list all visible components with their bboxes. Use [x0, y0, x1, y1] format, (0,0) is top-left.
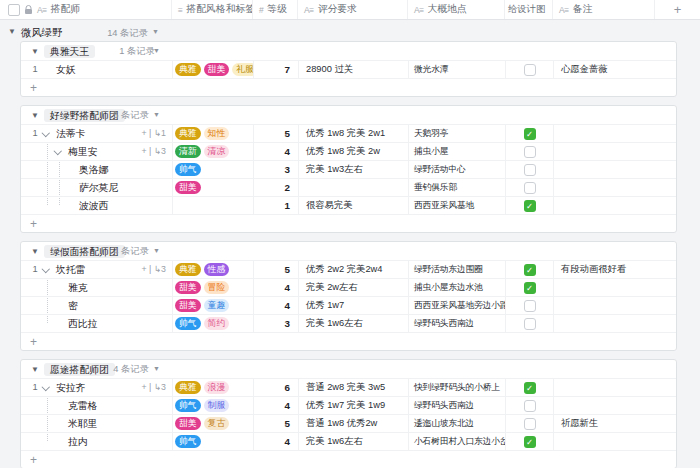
header-field-stylist[interactable]: A≡ 搭配师	[0, 0, 172, 19]
group-title[interactable]: 微风绿野	[21, 26, 62, 40]
tags-cell[interactable]	[173, 197, 254, 214]
level-cell[interactable]: 5	[254, 415, 299, 432]
stylist-cell[interactable]: 拉内	[21, 433, 173, 450]
tags-cell[interactable]: 典雅 知性	[173, 125, 254, 142]
tags-cell[interactable]: 清新 清凉	[173, 143, 254, 160]
add-field-button[interactable]: +	[655, 0, 700, 19]
note-cell[interactable]	[554, 279, 676, 296]
add-record-button[interactable]: +	[21, 79, 676, 97]
design-check-cell[interactable]	[506, 397, 554, 414]
checkbox-unchecked-icon[interactable]	[524, 164, 536, 176]
level-cell[interactable]: 4	[254, 397, 299, 414]
group-count-dropdown-icon[interactable]: ▼	[153, 365, 160, 372]
checkbox-unchecked-icon[interactable]	[524, 318, 536, 330]
design-check-cell[interactable]	[506, 161, 554, 178]
tags-cell[interactable]: 帅气 简约	[173, 315, 254, 332]
add-record-button[interactable]: +	[21, 215, 676, 233]
location-cell[interactable]: 绿野码头西南边	[409, 397, 506, 414]
location-cell[interactable]: 小石树田村入口东边小岔路	[409, 433, 506, 450]
location-cell[interactable]: 垂钓俱乐部	[409, 179, 506, 196]
row-children-control[interactable]: + | ↳3	[141, 143, 166, 160]
design-check-cell[interactable]	[506, 61, 554, 78]
stylist-cell[interactable]: 萨尔莫尼	[21, 179, 173, 196]
design-check-cell[interactable]	[506, 179, 554, 196]
tags-cell[interactable]: 典雅 甜美 礼服	[173, 61, 254, 78]
level-cell[interactable]: 4	[254, 297, 299, 314]
header-field-location[interactable]: A≡ 大概地点	[408, 0, 505, 19]
stylist-cell[interactable]: 梅里安 + | ↳3	[21, 143, 173, 160]
level-cell[interactable]: 4	[254, 143, 299, 160]
header-field-note[interactable]: A≡ 备注	[553, 0, 655, 19]
score-cell[interactable]	[299, 179, 409, 196]
stylist-cell[interactable]: 雅克	[21, 279, 173, 296]
score-cell[interactable]: 完美 1w6左右	[299, 315, 409, 332]
score-cell[interactable]: 优秀 1w7	[299, 297, 409, 314]
tags-cell[interactable]: 甜美 童趣	[173, 297, 254, 314]
checkbox-checked-icon[interactable]: ✓	[524, 382, 536, 394]
location-cell[interactable]: 绿野码头西南边	[409, 315, 506, 332]
checkbox-unchecked-icon[interactable]	[524, 182, 536, 194]
note-cell[interactable]	[554, 179, 676, 196]
add-record-button[interactable]: +	[21, 333, 676, 351]
level-cell[interactable]: 3	[254, 161, 299, 178]
level-cell[interactable]: 3	[254, 315, 299, 332]
select-all-checkbox[interactable]	[8, 4, 20, 16]
location-cell[interactable]: 快到绿野码头的小桥上	[409, 379, 506, 396]
checkbox-checked-icon[interactable]: ✓	[524, 264, 536, 276]
tags-cell[interactable]: 帅气	[173, 433, 254, 450]
stylist-cell[interactable]: 奥洛娜	[21, 161, 173, 178]
stylist-cell[interactable]: 1 坎托雷 + | ↳3	[21, 261, 173, 278]
tags-cell[interactable]: 典雅 性感	[173, 261, 254, 278]
level-cell[interactable]: 4	[254, 433, 299, 450]
tags-cell[interactable]: 帅气 制服	[173, 397, 254, 414]
header-field-design-check[interactable]: 给设计图	[505, 0, 553, 19]
stylist-cell[interactable]: 波波西	[21, 197, 173, 214]
stylist-cell[interactable]: 1 女妖	[21, 61, 173, 78]
level-cell[interactable]: 4	[254, 279, 299, 296]
note-cell[interactable]: 心愿金蔷薇	[554, 61, 676, 78]
score-cell[interactable]: 优秀 2w2 完美2w4	[299, 261, 409, 278]
collapse-arrow-icon[interactable]: ▼	[31, 47, 39, 56]
score-cell[interactable]: 完美 1w3左右	[299, 161, 409, 178]
level-cell[interactable]: 2	[254, 179, 299, 196]
group-count-dropdown-icon[interactable]: ▼	[152, 28, 159, 35]
design-check-cell[interactable]: ✓	[506, 125, 554, 142]
add-record-button[interactable]: +	[21, 451, 676, 468]
checkbox-unchecked-icon[interactable]	[524, 64, 536, 76]
note-cell[interactable]: 祈愿新生	[554, 415, 676, 432]
collapse-arrow-icon[interactable]: ▼	[31, 247, 39, 256]
level-cell[interactable]: 6	[254, 379, 299, 396]
tags-cell[interactable]: 甜美	[173, 179, 254, 196]
location-cell[interactable]: 天鹅羽亭	[409, 125, 506, 142]
row-children-control[interactable]: + | ↳1	[141, 125, 166, 142]
stylist-cell[interactable]: 克雷格	[21, 397, 173, 414]
design-check-cell[interactable]: ✓	[506, 197, 554, 214]
level-cell[interactable]: 5	[254, 125, 299, 142]
location-cell[interactable]: 微光水潭	[409, 61, 506, 78]
group-count-dropdown-icon[interactable]: ▼	[153, 47, 160, 54]
level-cell[interactable]: 1	[254, 197, 299, 214]
row-children-control[interactable]: + | ↳3	[141, 261, 166, 278]
tags-cell[interactable]: 甜美 冒险	[173, 279, 254, 296]
score-cell[interactable]: 很容易完美	[299, 197, 409, 214]
design-check-cell[interactable]: ✓	[506, 433, 554, 450]
design-check-cell[interactable]: ✓	[506, 279, 554, 296]
score-cell[interactable]: 优秀 1w7 完美 1w9	[299, 397, 409, 414]
note-cell[interactable]	[554, 297, 676, 314]
note-cell[interactable]	[554, 433, 676, 450]
tags-cell[interactable]: 帅气	[173, 161, 254, 178]
group-count-dropdown-icon[interactable]: ▼	[153, 111, 160, 118]
expand-chevron-icon[interactable]	[43, 266, 49, 272]
design-check-cell[interactable]	[506, 415, 554, 432]
score-cell[interactable]: 完美 2w左右	[299, 279, 409, 296]
score-cell[interactable]: 普通 2w8 完美 3w5	[299, 379, 409, 396]
collapse-arrow-icon[interactable]: ▼	[31, 365, 39, 374]
score-cell[interactable]: 优秀 1w8 完美 2w	[299, 143, 409, 160]
note-cell[interactable]	[554, 143, 676, 160]
expand-chevron-icon[interactable]	[55, 148, 61, 154]
group-count-dropdown-icon[interactable]: ▼	[153, 247, 160, 254]
header-field-level[interactable]: # 等级	[253, 0, 298, 19]
checkbox-unchecked-icon[interactable]	[524, 400, 536, 412]
score-cell[interactable]: 普通 1w8 优秀2w	[299, 415, 409, 432]
location-cell[interactable]: 捕虫小屋	[409, 143, 506, 160]
